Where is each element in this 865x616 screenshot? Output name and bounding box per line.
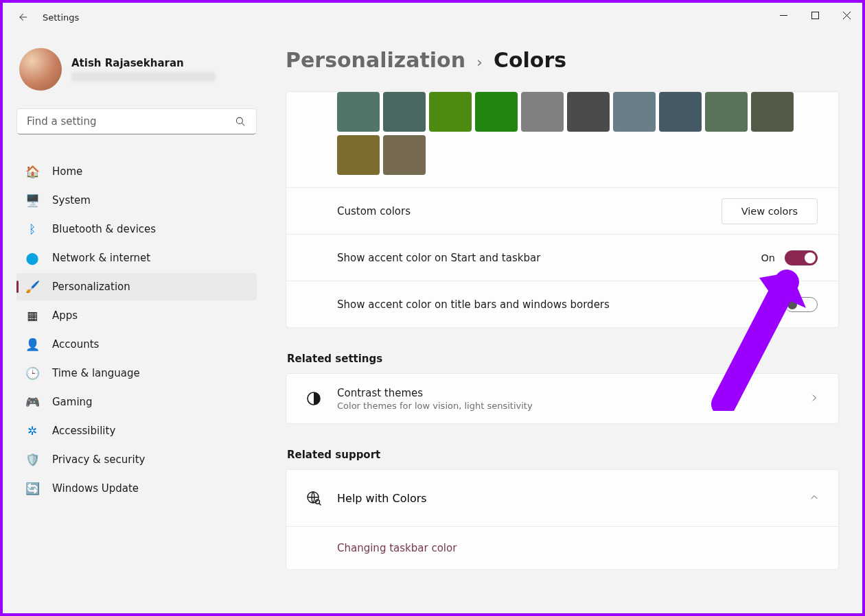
nav-personalization[interactable]: 🖌️Personalization <box>16 273 257 300</box>
personalization-icon: 🖌️ <box>25 279 40 294</box>
breadcrumb: Personalization › Colors <box>286 48 839 72</box>
color-swatches <box>337 92 818 175</box>
nav-home[interactable]: 🏠Home <box>16 158 257 185</box>
nav-system[interactable]: 🖥️System <box>16 187 257 214</box>
color-swatch[interactable] <box>659 92 702 132</box>
toggle-accent-start[interactable] <box>785 250 818 265</box>
colors-card: Custom colors View colors Show accent co… <box>286 91 839 328</box>
chevron-up-icon <box>809 492 819 505</box>
search-box[interactable] <box>16 108 257 134</box>
breadcrumb-current: Colors <box>494 48 566 72</box>
back-button[interactable] <box>14 9 30 25</box>
color-swatch[interactable] <box>613 92 656 132</box>
nav-update[interactable]: 🔄Windows Update <box>16 475 257 502</box>
close-button[interactable] <box>831 3 862 27</box>
gaming-icon: 🎮 <box>25 394 40 410</box>
help-card: Help with Colors Changing taskbar color <box>286 469 839 570</box>
accessibility-icon: ✲ <box>25 423 40 438</box>
row-custom-colors: Custom colors View colors <box>286 187 838 234</box>
user-name: Atish Rajasekharan <box>71 57 216 69</box>
accounts-icon: 👤 <box>25 337 40 352</box>
nav-bluetooth[interactable]: ᛒBluetooth & devices <box>16 215 257 243</box>
home-icon: 🏠 <box>25 164 40 179</box>
color-swatch[interactable] <box>521 92 564 132</box>
system-icon: 🖥️ <box>25 193 40 208</box>
help-link-taskbar-color[interactable]: Changing taskbar color <box>286 526 838 569</box>
app-title: Settings <box>43 12 79 23</box>
color-swatch[interactable] <box>751 92 794 132</box>
bluetooth-icon: ᛒ <box>25 222 40 237</box>
update-icon: 🔄 <box>25 481 40 496</box>
view-colors-button[interactable]: View colors <box>722 198 818 224</box>
contrast-themes-link[interactable]: Contrast themes Color themes for low vis… <box>286 373 839 424</box>
user-profile[interactable]: Atish Rajasekharan <box>16 48 262 91</box>
nav-apps[interactable]: ▦Apps <box>16 302 257 329</box>
nav-gaming[interactable]: 🎮Gaming <box>16 388 257 416</box>
chevron-right-icon <box>809 392 819 405</box>
related-settings-header: Related settings <box>287 353 839 365</box>
contrast-icon <box>301 386 326 411</box>
main-content: Personalization › Colors Custom colors V… <box>270 32 862 613</box>
color-swatch[interactable] <box>383 92 426 132</box>
help-with-colors[interactable]: Help with Colors <box>286 470 838 526</box>
color-swatch[interactable] <box>705 92 748 132</box>
row-accent-start: Show accent color on Start and taskbar O… <box>286 234 838 281</box>
svg-rect-1 <box>811 12 818 19</box>
color-swatch[interactable] <box>337 135 380 175</box>
time-icon: 🕒 <box>25 366 40 381</box>
svg-line-5 <box>242 123 244 126</box>
color-swatch[interactable] <box>383 135 426 175</box>
breadcrumb-parent[interactable]: Personalization <box>286 48 465 72</box>
minimize-button[interactable] <box>768 3 799 27</box>
privacy-icon: 🛡️ <box>25 452 40 467</box>
related-support-header: Related support <box>287 449 839 461</box>
nav-accounts[interactable]: 👤Accounts <box>16 331 257 358</box>
avatar <box>19 48 62 91</box>
nav-accessibility[interactable]: ✲Accessibility <box>16 417 257 445</box>
search-icon <box>234 115 246 128</box>
color-swatch[interactable] <box>475 92 518 132</box>
chevron-right-icon: › <box>476 54 483 71</box>
sidebar: Atish Rajasekharan 🏠Home 🖥️System ᛒBluet… <box>3 32 270 613</box>
maximize-button[interactable] <box>799 3 831 27</box>
toggle-state-label: On <box>761 252 775 263</box>
color-swatch[interactable] <box>567 92 610 132</box>
nav-privacy[interactable]: 🛡️Privacy & security <box>16 446 257 473</box>
svg-line-9 <box>319 504 321 506</box>
nav-time[interactable]: 🕒Time & language <box>16 359 257 387</box>
search-input[interactable] <box>27 115 234 128</box>
network-icon: ⬤ <box>25 250 40 265</box>
apps-icon: ▦ <box>25 308 40 323</box>
color-swatch[interactable] <box>429 92 472 132</box>
row-accent-titlebar: Show accent color on title bars and wind… <box>286 281 838 327</box>
color-swatch[interactable] <box>337 92 380 132</box>
user-email-redacted <box>71 72 216 82</box>
nav-network[interactable]: ⬤Network & internet <box>16 244 257 272</box>
toggle-accent-titlebar[interactable] <box>785 297 818 312</box>
globe-search-icon <box>301 486 326 510</box>
